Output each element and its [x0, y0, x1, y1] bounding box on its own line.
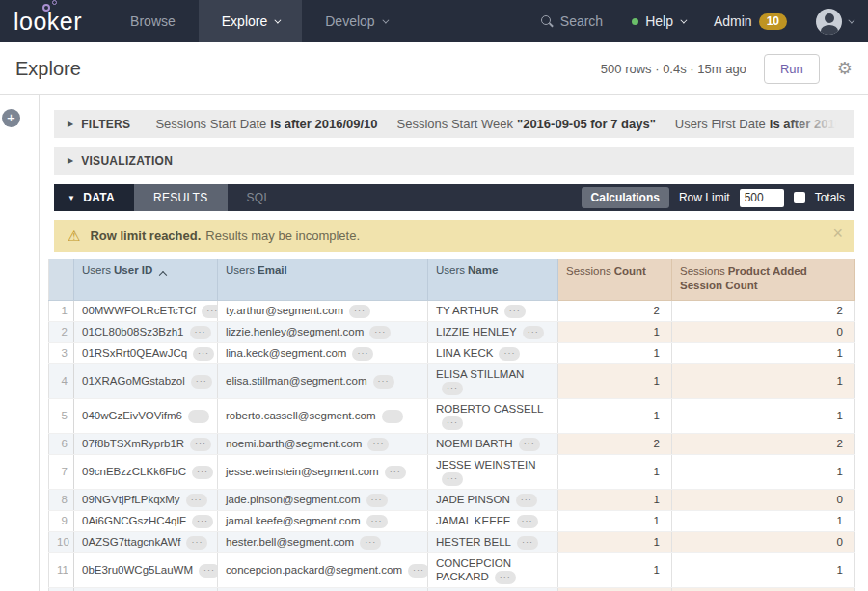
- cell-menu-icon[interactable]: ···: [382, 410, 403, 423]
- cell-menu-icon[interactable]: ···: [504, 305, 526, 318]
- column-header-name[interactable]: UsersName: [428, 259, 558, 300]
- cell-menu-icon[interactable]: ···: [186, 494, 207, 507]
- sessions-count-cell: 2: [558, 300, 672, 321]
- cell-menu-icon[interactable]: ···: [360, 536, 381, 550]
- name-cell: LIZZIE HENLEY···: [428, 321, 558, 342]
- looker-logo[interactable]: looker: [0, 0, 107, 42]
- add-field-button[interactable]: +: [2, 109, 20, 127]
- collapse-arrow-icon: ▼: [68, 194, 75, 202]
- cell-menu-icon[interactable]: ···: [186, 536, 207, 550]
- run-button[interactable]: Run: [764, 54, 820, 84]
- column-header-email[interactable]: UsersEmail: [218, 259, 428, 300]
- table-row: 11 0bE3ru0WCg5LauWM··· concepcion.packar…: [49, 552, 855, 587]
- name-cell: JADE PINSON···: [428, 489, 558, 510]
- visualization-section[interactable]: ▶ VISUALIZATION: [54, 147, 854, 175]
- results-table: UsersUser ID UsersEmail UsersName Sessio…: [48, 259, 854, 591]
- cell-menu-icon[interactable]: ···: [191, 375, 212, 389]
- sort-asc-icon: [159, 271, 167, 279]
- table-header-row: UsersUser ID UsersEmail UsersName Sessio…: [49, 259, 855, 300]
- content-area: + ▶ FILTERS Sessions Start Dateis after …: [0, 95, 868, 591]
- cell-menu-icon[interactable]: ···: [188, 410, 209, 423]
- cell-menu-icon[interactable]: ···: [442, 472, 463, 486]
- sessions-count-cell: 1: [558, 321, 672, 342]
- column-header-sessions-count[interactable]: SessionsCount: [558, 259, 672, 300]
- cell-menu-icon[interactable]: ···: [516, 494, 537, 507]
- nav-item-browse[interactable]: Browse: [107, 0, 199, 42]
- filter-item[interactable]: Sessions Start Dateis after 2016/09/10: [155, 117, 377, 131]
- name-cell: CONCEPCION PACKARD···: [428, 552, 558, 587]
- help-menu[interactable]: Help: [632, 13, 685, 29]
- admin-menu[interactable]: Admin 10: [714, 13, 787, 30]
- cell-menu-icon[interactable]: ···: [190, 438, 211, 451]
- user-id-cell: 0Ai6GNCGszHC4qlF···: [74, 510, 218, 531]
- product-added-count-cell: 1: [672, 363, 855, 398]
- name-cell: ROBERTO CASSELL···: [428, 398, 558, 433]
- table-row: 10 0AZSG7ttagcnkAWf··· hester.bell@segme…: [49, 531, 855, 552]
- chevron-down-icon: [382, 16, 389, 23]
- tab-sql[interactable]: SQL: [228, 184, 290, 211]
- sessions-count-cell: 1: [558, 398, 672, 433]
- row-number: 2: [49, 321, 74, 342]
- cell-menu-icon[interactable]: ···: [495, 571, 516, 584]
- cell-menu-icon[interactable]: ···: [517, 536, 538, 550]
- calculations-button[interactable]: Calculations: [582, 187, 669, 208]
- cell-menu-icon[interactable]: ···: [519, 438, 540, 451]
- cell-menu-icon[interactable]: ···: [373, 375, 394, 389]
- cell-menu-icon[interactable]: ···: [352, 347, 373, 361]
- cell-menu-icon[interactable]: ···: [408, 564, 428, 578]
- sessions-count-cell: 1: [558, 510, 672, 531]
- filters-section[interactable]: ▶ FILTERS Sessions Start Dateis after 20…: [54, 110, 854, 138]
- search-icon: [540, 14, 554, 28]
- cell-menu-icon[interactable]: ···: [367, 438, 389, 451]
- name-cell: JAMAL KEEFE···: [428, 510, 558, 531]
- top-nav: looker Browse Explore Develop Search Hel…: [0, 0, 868, 42]
- filter-item[interactable]: Sessions Start Week"2016-09-05 for 7 day…: [397, 117, 656, 131]
- product-added-count-cell: 0: [672, 321, 855, 342]
- cell-menu-icon[interactable]: ···: [349, 305, 370, 318]
- search-button[interactable]: Search: [540, 13, 603, 29]
- nav-item-explore[interactable]: Explore: [199, 0, 302, 42]
- gear-icon[interactable]: ⚙: [837, 60, 853, 77]
- nav-item-develop[interactable]: Develop: [302, 0, 409, 42]
- close-icon[interactable]: ×: [832, 224, 843, 244]
- table-row: 3 01RSxRrt0QEAwJCq··· lina.keck@segment.…: [49, 342, 855, 363]
- row-limit-input[interactable]: [740, 189, 784, 207]
- cell-menu-icon[interactable]: ···: [193, 347, 214, 361]
- name-cell: JESSE WEINSTEIN···: [428, 454, 558, 489]
- column-header-user-id[interactable]: UsersUser ID: [74, 259, 218, 300]
- product-added-count-cell: 1: [672, 454, 855, 489]
- row-number: 5: [49, 398, 74, 433]
- cell-menu-icon[interactable]: ···: [369, 326, 391, 339]
- table-row: 6 07f8bTSXmRyprb1R··· noemi.barth@segmen…: [49, 433, 855, 454]
- column-header-product-added-session-count[interactable]: SessionsProduct Added Session Count: [672, 259, 855, 300]
- cell-menu-icon[interactable]: ···: [385, 466, 406, 479]
- sessions-count-cell: 1: [558, 363, 672, 398]
- page-header: Explore 500 rows · 0.4s · 15m ago Run ⚙: [0, 42, 868, 95]
- product-added-count-cell: 2: [672, 300, 855, 321]
- sessions-count-cell: 2: [558, 433, 672, 454]
- cell-menu-icon[interactable]: ···: [202, 305, 217, 318]
- row-number-header: [49, 259, 74, 300]
- account-menu[interactable]: [816, 9, 853, 35]
- table-row: 12 0CqEiDUgSI0OFTxh··· darrin.madden@seg…: [49, 587, 855, 591]
- cell-menu-icon[interactable]: ···: [366, 494, 388, 507]
- cell-menu-icon[interactable]: ···: [190, 326, 211, 339]
- cell-menu-icon[interactable]: ···: [523, 326, 544, 339]
- cell-menu-icon[interactable]: ···: [517, 515, 538, 528]
- cell-menu-icon[interactable]: ···: [366, 515, 388, 528]
- email-cell: jesse.weinstein@segment.com···: [218, 454, 428, 489]
- table-row: 5 040wGzEivVOVifm6··· roberto.cassell@se…: [49, 398, 855, 433]
- cell-menu-icon[interactable]: ···: [192, 515, 213, 528]
- tab-results[interactable]: RESULTS: [134, 184, 228, 211]
- cell-menu-icon[interactable]: ···: [442, 416, 463, 430]
- row-number: 9: [49, 510, 74, 531]
- name-cell: LINA KECK···: [428, 342, 558, 363]
- cell-menu-icon[interactable]: ···: [499, 347, 520, 361]
- cell-menu-icon[interactable]: ···: [192, 466, 213, 479]
- cell-menu-icon[interactable]: ···: [199, 564, 217, 578]
- totals-checkbox[interactable]: [794, 192, 805, 203]
- data-section-toggle[interactable]: ▼ DATA: [54, 184, 134, 211]
- user-id-cell: 07f8bTSXmRyprb1R···: [74, 433, 218, 454]
- cell-menu-icon[interactable]: ···: [442, 382, 463, 395]
- chevron-down-icon: [680, 16, 687, 23]
